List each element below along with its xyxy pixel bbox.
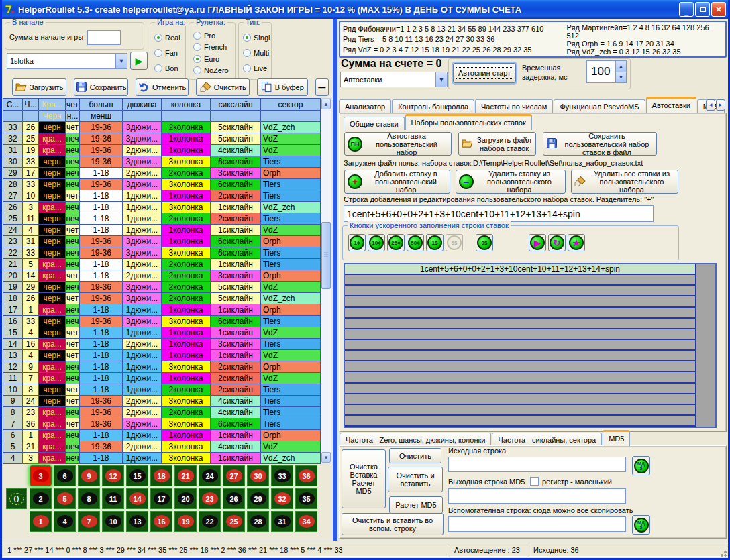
table-scrollbar[interactable]: ▲ ▼ — [321, 98, 331, 463]
board-cell-31[interactable]: 31 — [271, 511, 293, 532]
register-checkbox[interactable] — [530, 477, 539, 486]
toolbar-button-5[interactable]: В буфер — [257, 78, 308, 96]
radio-euro[interactable]: Euro — [193, 55, 232, 63]
tab-5[interactable]: Автоставки — [646, 97, 696, 113]
play-chip-button[interactable]: ▶ — [529, 234, 546, 251]
bet-set-list[interactable]: 1cent+5+6+0+0+2+1+3+10cent+10+11+12+13+1… — [344, 263, 717, 428]
bet-list-row[interactable] — [345, 361, 695, 372]
bet-list-row[interactable] — [345, 329, 695, 340]
bet-list-row[interactable] — [345, 405, 695, 416]
board-cell-34[interactable]: 34 — [295, 511, 317, 532]
bet-list-row[interactable] — [345, 340, 695, 351]
radio-fan[interactable]: Fan — [154, 49, 182, 57]
bet-list-row[interactable] — [345, 416, 695, 427]
board-cell-26[interactable]: 26 — [223, 488, 245, 509]
scroll-down-icon[interactable]: ▼ — [321, 452, 331, 463]
slot-combo[interactable]: 1slotka ▼ — [7, 53, 127, 69]
play-button[interactable]: ▶ — [130, 52, 148, 70]
tab-3[interactable]: Частоты по числам — [475, 99, 553, 113]
board-cell-19[interactable]: 19 — [174, 511, 197, 532]
board-cell-17[interactable]: 17 — [150, 488, 172, 509]
chevron-down-icon[interactable]: ▼ — [115, 54, 127, 68]
md5-clear-button[interactable]: Очистить — [389, 448, 441, 463]
board-cell-28[interactable]: 28 — [247, 511, 269, 532]
tab-4[interactable]: Функционал PsevdoMS — [554, 99, 645, 113]
autobet-user-set-button[interactable]: ПНАвтоставка пользовательский набор — [344, 132, 452, 156]
board-cell-1[interactable]: 1 — [30, 511, 52, 532]
toolbar-button-6[interactable]: — — [315, 78, 329, 96]
bet-list-row[interactable] — [345, 275, 695, 286]
bet-list-row[interactable] — [345, 384, 695, 394]
title-bar[interactable]: HelperRoullet 5.3- create helperroullet@… — [0, 0, 730, 19]
star-chip-button[interactable]: ★ — [568, 234, 585, 251]
bet-list-row[interactable] — [345, 372, 695, 383]
close-button[interactable]: ✕ — [711, 2, 726, 17]
minimize-button[interactable]: _ — [679, 2, 694, 17]
board-cell-10[interactable]: 10 — [102, 511, 124, 532]
board-cell-5[interactable]: 5 — [54, 488, 76, 509]
board-cell-32[interactable]: 32 — [271, 488, 293, 509]
chip-1c-button[interactable]: 1¢ — [348, 234, 366, 251]
add-bet-button[interactable]: +Добавить ставку в пользовательский набо… — [344, 170, 450, 194]
board-cell-21[interactable]: 21 — [174, 465, 197, 486]
scrollbar-thumb[interactable] — [321, 222, 331, 289]
board-cell-16[interactable]: 16 — [150, 511, 172, 532]
maximize-button[interactable] — [695, 2, 710, 17]
board-cell-6[interactable]: 6 — [54, 465, 76, 486]
sub-tab-2[interactable]: Наборы пользовательских ставок — [405, 115, 532, 130]
pane-splitter[interactable] — [333, 19, 337, 541]
bet-list-row[interactable] — [345, 351, 695, 361]
md5-calc-button[interactable]: Расчет MD5 — [389, 496, 443, 514]
radio-pro[interactable]: Pro — [193, 32, 232, 40]
tab-2[interactable]: Контроль банкролла — [392, 99, 474, 113]
board-cell-15[interactable]: 15 — [126, 465, 148, 486]
board-cell-22[interactable]: 22 — [199, 511, 221, 532]
sub-tab-1[interactable]: Общие ставки — [344, 117, 405, 130]
board-cell-24[interactable]: 24 — [199, 465, 221, 486]
radio-real[interactable]: Real — [154, 34, 182, 42]
tabs-scroll-left-icon[interactable]: ◄ — [706, 99, 715, 111]
save-bet-file-button[interactable]: Сохранить пользовательский набор ставок … — [543, 132, 657, 156]
refresh-chip-button[interactable]: ↻ — [548, 234, 566, 251]
scroll-up-icon[interactable]: ▲ — [321, 99, 331, 109]
autospin-start-button[interactable]: Автоспин старт — [453, 63, 516, 83]
board-cell-36[interactable]: 36 — [295, 465, 317, 486]
board-cell-14[interactable]: 14 — [126, 488, 148, 509]
remove-bet-button[interactable]: −Удалить ставку из пользовательского наб… — [456, 170, 566, 194]
spinner-up-icon[interactable]: ▲ — [616, 61, 626, 72]
tab-1[interactable]: Анализатор — [339, 99, 391, 113]
board-cell-25[interactable]: 25 — [223, 511, 245, 532]
radio-bon[interactable]: Bon — [154, 64, 182, 72]
bet-list-row[interactable] — [345, 394, 695, 405]
toolbar-button-4[interactable]: Очистить — [196, 78, 250, 96]
chip-25c-button[interactable]: 25¢ — [387, 234, 405, 251]
board-cell-11[interactable]: 11 — [102, 488, 124, 509]
radio-multi[interactable]: Multi — [243, 49, 268, 57]
load-bet-file-button[interactable]: Загрузить файл набора ставок — [458, 132, 536, 156]
md5-aux-input[interactable] — [448, 516, 626, 532]
md5-output-input[interactable] — [448, 488, 626, 504]
chip-10c-button[interactable]: 10¢ — [368, 234, 385, 251]
board-cell-30[interactable]: 30 — [247, 465, 269, 486]
resize-grip[interactable] — [719, 549, 727, 557]
bet-list-row[interactable] — [345, 319, 695, 329]
toolbar-button-2[interactable]: Сохранить — [74, 78, 127, 96]
board-cell-3[interactable]: 3 — [30, 465, 52, 486]
board-cell-0[interactable]: 0 — [6, 488, 27, 509]
delay-spinner[interactable]: 100 ▲ ▼ — [586, 60, 627, 83]
toolbar-button-1[interactable]: Загрузить — [12, 78, 66, 96]
md5-clear-and-paste-button[interactable]: Очистить и вставить — [388, 467, 443, 492]
delay-value[interactable]: 100 — [587, 61, 615, 82]
radio-live[interactable]: Live — [243, 64, 268, 72]
toolbar-button-3[interactable]: Отменить — [136, 78, 189, 96]
chevron-down-icon[interactable]: ▼ — [435, 72, 447, 87]
bet-list-row[interactable] — [345, 296, 695, 307]
chip-50c-button[interactable]: 50¢ — [407, 234, 424, 251]
board-cell-23[interactable]: 23 — [199, 488, 221, 509]
board-cell-29[interactable]: 29 — [247, 488, 269, 509]
spinner-down-icon[interactable]: ▼ — [616, 72, 626, 83]
bottom-tab-2[interactable]: Частота - сиклайны, сектора — [492, 433, 602, 446]
bet-list-row[interactable] — [345, 308, 695, 319]
radio-singl[interactable]: Singl — [243, 34, 268, 42]
md5-clear-paste-calc-button[interactable]: Очистка Вставка Расчет MD5 — [342, 449, 386, 508]
